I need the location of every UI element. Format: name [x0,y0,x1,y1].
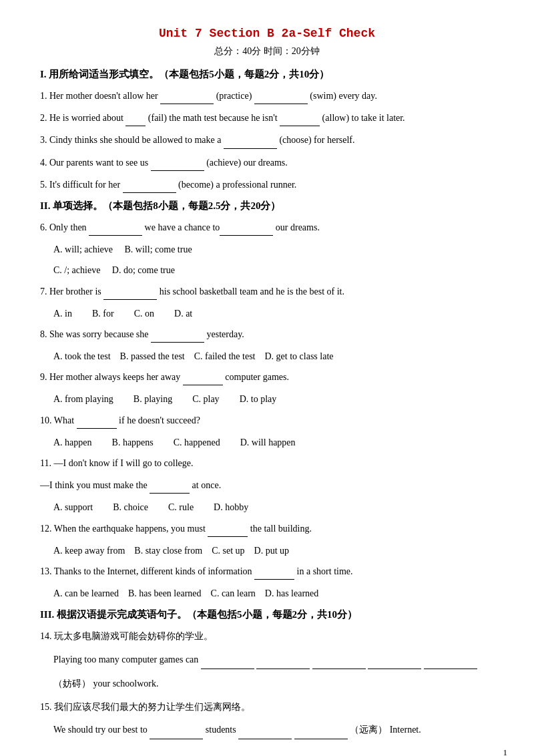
question-3: 3. Cindy thinks she should be allowed to… [40,132,494,148]
q11-options: A. supportB. choiceC. ruleD. hobby [53,499,494,516]
q7-options: A. inB. forC. onD. at [53,305,494,322]
section3-header: III. 根据汉语提示完成英语句子。（本题包括5小题，每题2分，共10分） [40,608,494,621]
page-number: 1 [503,747,508,756]
q6-options2: C. /; achieve D. do; come true [53,262,494,278]
q9-options: A. from playingB. playingC. playD. to pl… [53,391,494,407]
question-15-chinese: 15. 我们应该尽我们最大的努力让学生们远离网络。 [40,699,494,715]
question-15-english: We should try our best to students （远离） … [53,721,494,739]
section1-header: I. 用所给词适当形式填空。（本题包括5小题，每题2分，共10分） [40,68,494,81]
question-12: 12. When the earthquake happens, you mus… [40,520,494,537]
q6-options: A. will; achieve B. will; come true [53,241,494,258]
question-14-english: Playing too many computer games can [53,650,494,669]
section2-header: II. 单项选择。（本题包括8小题，每题2.5分，共20分） [40,200,494,212]
question-1: 1. Her mother doesn't allow her (practic… [40,87,494,104]
question-7: 7. Her brother is his school basketball … [40,283,494,300]
q10-options: A. happenB. happensC. happenedD. will ha… [53,434,494,451]
question-4: 4. Our parents want to see us (achieve) … [40,154,494,171]
question-9: 9. Her mother always keeps her away comp… [40,369,494,385]
question-5: 5. It's difficult for her (become) a pro… [40,176,494,193]
question-13: 13. Thanks to the Internet, different ki… [40,563,494,580]
question-11b: —I think you must make the at once. [40,477,494,494]
question-2: 2. He is worried about (fail) the math t… [40,110,494,126]
q8-options: A. took the test B. passed the test C. f… [53,348,494,365]
page-title: Unit 7 Section B 2a-Self Check [40,27,494,40]
subtitle: 总分：40分 时间：20分钟 [40,45,494,57]
q13-options: A. can be learned B. has been learned C.… [53,585,494,602]
question-6: 6. Only then we have a chance to our dre… [40,219,494,236]
question-14-chinese: 14. 玩太多电脑游戏可能会妨碍你的学业。 [40,628,494,644]
q12-options: A. keep away from B. stay close from C. … [53,542,494,559]
question-11a: 11. —I don't know if I will go to colleg… [40,455,494,471]
question-8: 8. She was sorry because she yesterday. [40,326,494,343]
question-14-note: （妨碍） your schoolwork. [53,675,494,693]
question-10: 10. What if he doesn't succeed? [40,412,494,429]
